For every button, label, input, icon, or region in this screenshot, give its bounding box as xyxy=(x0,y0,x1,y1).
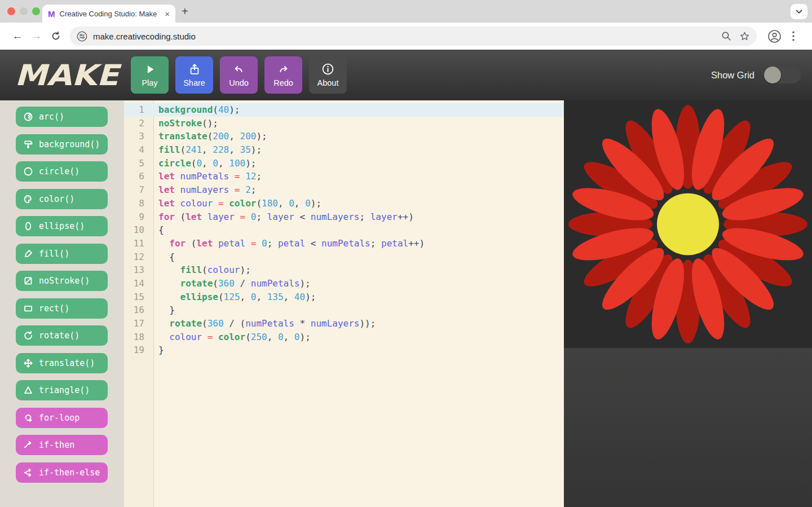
show-grid-toggle[interactable] xyxy=(764,67,801,83)
code-text: let numLayers = 2; xyxy=(154,183,256,197)
for-loop-icon xyxy=(23,413,33,423)
sidebar-item-circle[interactable]: circle() xyxy=(16,161,108,182)
code-line-2[interactable]: 2noStroke(); xyxy=(124,117,564,130)
code-text: colour = color(250, 0, 0); xyxy=(154,330,311,344)
zoom-button[interactable] xyxy=(721,31,731,41)
code-line-16[interactable]: 16 } xyxy=(124,303,564,317)
code-line-4[interactable]: 4fill(241, 228, 35); xyxy=(124,143,564,157)
code-line-5[interactable]: 5circle(0, 0, 100); xyxy=(124,157,564,170)
code-text: noStroke(); xyxy=(154,117,218,130)
sidebar-item-translate[interactable]: translate() xyxy=(16,353,108,373)
sidebar-item-triangle[interactable]: triangle() xyxy=(16,380,108,400)
redo-button[interactable]: Redo xyxy=(264,56,302,94)
sidebar-item-if-then[interactable]: if-then xyxy=(16,435,108,455)
line-number: 18 xyxy=(124,330,154,344)
line-number: 5 xyxy=(124,157,154,170)
sidebar-item-arc[interactable]: arc() xyxy=(16,107,108,127)
sidebar-item-for-loop[interactable]: for-loop xyxy=(16,408,108,428)
code-line-15[interactable]: 15 ellipse(125, 0, 135, 40); xyxy=(124,290,564,304)
triangle-icon xyxy=(23,385,33,395)
window-minimize-button[interactable] xyxy=(20,7,28,15)
sidebar-item-rect[interactable]: rect() xyxy=(16,298,108,319)
fill-icon xyxy=(23,249,33,259)
code-line-18[interactable]: 18 colour = color(250, 0, 0); xyxy=(124,330,564,344)
sidebar-item-label: arc() xyxy=(39,112,64,122)
profile-button[interactable] xyxy=(765,27,784,46)
sidebar-item-ellipse[interactable]: ellipse() xyxy=(16,216,108,236)
url-bar[interactable]: make.creativecoding.studio xyxy=(70,27,757,46)
site-settings-icon[interactable] xyxy=(77,31,87,42)
line-number: 11 xyxy=(124,237,154,250)
sidebar-item-fill[interactable]: fill() xyxy=(16,244,108,264)
code-line-1[interactable]: 1background(40); xyxy=(124,103,564,117)
code-text: } xyxy=(154,343,164,357)
window-controls[interactable] xyxy=(7,7,40,15)
chevron-down-icon xyxy=(796,10,802,14)
translate-icon xyxy=(23,358,33,368)
sidebar-item-background[interactable]: background() xyxy=(16,134,108,155)
tab-close-icon[interactable]: × xyxy=(165,10,170,18)
line-number: 6 xyxy=(124,170,154,183)
line-number: 3 xyxy=(124,130,154,143)
rect-icon xyxy=(23,303,33,314)
rotate-icon xyxy=(23,330,33,341)
circle-icon xyxy=(23,166,33,177)
back-button[interactable]: ← xyxy=(8,27,27,46)
code-line-12[interactable]: 12 { xyxy=(124,250,564,264)
code-line-10[interactable]: 10{ xyxy=(124,223,564,237)
share-icon xyxy=(188,63,201,76)
forward-button[interactable]: → xyxy=(27,27,46,46)
code-lines: 1background(40);2noStroke();3translate(2… xyxy=(124,100,564,357)
window-close-button[interactable] xyxy=(7,7,15,15)
code-editor[interactable]: 1background(40);2noStroke();3translate(2… xyxy=(124,100,564,507)
browser-toolbar: ← → make.creativecoding.studio xyxy=(0,23,812,50)
play-button[interactable]: Play xyxy=(131,56,169,94)
browser-menu-button[interactable] xyxy=(784,27,803,46)
reload-button[interactable] xyxy=(46,27,65,46)
window-zoom-button[interactable] xyxy=(32,7,40,15)
sidebar-item-if-then-else[interactable]: if-then-else xyxy=(16,462,108,483)
sidebar-item-label: background() xyxy=(39,139,100,149)
new-tab-button[interactable]: + xyxy=(182,5,188,18)
line-number: 7 xyxy=(124,183,154,197)
if-then-icon xyxy=(23,440,33,450)
url-text[interactable]: make.creativecoding.studio xyxy=(93,32,713,41)
undo-icon xyxy=(232,63,245,76)
code-line-19[interactable]: 19} xyxy=(124,343,564,357)
tab-search-button[interactable] xyxy=(791,4,807,19)
browser-tab[interactable]: M Creative Coding Studio: Make × xyxy=(42,5,175,23)
code-line-7[interactable]: 7let numLayers = 2; xyxy=(124,183,564,197)
code-line-8[interactable]: 8let colour = color(180, 0, 0); xyxy=(124,197,564,210)
code-line-13[interactable]: 13 fill(colour); xyxy=(124,263,564,277)
sidebar-item-label: color() xyxy=(39,194,74,204)
kebab-menu-icon xyxy=(792,31,795,41)
line-number: 15 xyxy=(124,290,154,304)
code-text: translate(200, 200); xyxy=(154,130,267,143)
sidebar-item-label: triangle() xyxy=(39,385,90,395)
code-line-6[interactable]: 6let numPetals = 12; xyxy=(124,170,564,183)
about-button[interactable]: About xyxy=(309,56,347,94)
code-line-11[interactable]: 11 for (let petal = 0; petal < numPetals… xyxy=(124,237,564,250)
sidebar-item-label: ellipse() xyxy=(39,221,85,231)
sidebar-item-color[interactable]: color() xyxy=(16,189,108,209)
app-logo: MAKE xyxy=(15,59,130,92)
sidebar-item-rotate[interactable]: rotate() xyxy=(16,325,108,346)
code-text: circle(0, 0, 100); xyxy=(154,157,256,170)
code-line-14[interactable]: 14 rotate(360 / numPetals); xyxy=(124,277,564,290)
arc-icon xyxy=(23,112,33,122)
redo-icon xyxy=(277,63,290,76)
bookmark-button[interactable] xyxy=(739,31,750,42)
line-number: 19 xyxy=(124,343,154,357)
sidebar-item-nostroke[interactable]: noStroke() xyxy=(16,271,108,291)
code-text: rotate(360 / (numPetals * numLayers)); xyxy=(154,317,376,330)
sidebar-item-label: fill() xyxy=(39,249,69,259)
code-text: rotate(360 / numPetals); xyxy=(154,277,311,290)
code-line-9[interactable]: 9for (let layer = 0; layer < numLayers; … xyxy=(124,210,564,224)
code-text: fill(241, 228, 35); xyxy=(154,143,262,157)
undo-button[interactable]: Undo xyxy=(220,56,258,94)
share-button[interactable]: Share xyxy=(175,56,213,94)
code-line-17[interactable]: 17 rotate(360 / (numPetals * numLayers))… xyxy=(124,317,564,330)
code-line-3[interactable]: 3translate(200, 200); xyxy=(124,130,564,143)
code-text: { xyxy=(154,223,164,237)
show-grid-label: Show Grid xyxy=(711,70,754,81)
